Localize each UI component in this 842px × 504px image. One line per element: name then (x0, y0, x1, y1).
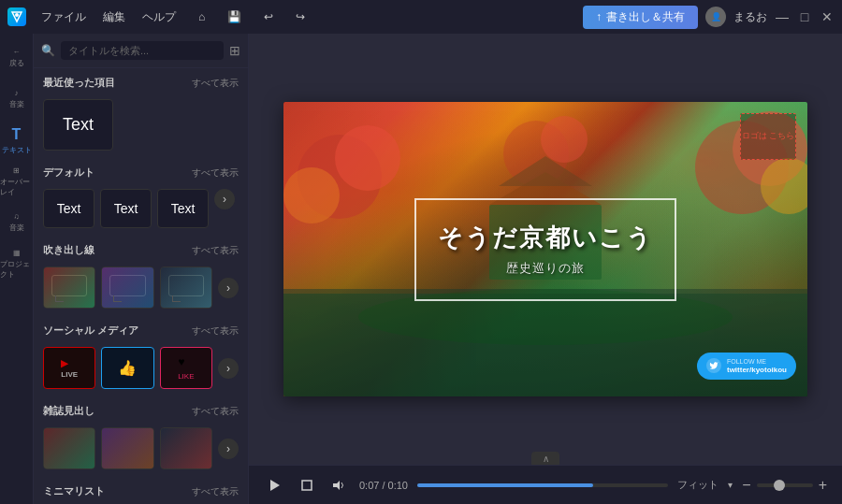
svg-point-2 (335, 125, 400, 191)
project-icon: ▦ (13, 249, 21, 257)
project-label: プロジェクト (0, 259, 34, 280)
export-icon: ↑ (596, 10, 602, 23)
sidebar-item-project[interactable]: ▦ プロジェクト (0, 243, 34, 284)
canvas-sub-text: 歴史巡りの旅 (506, 260, 585, 277)
search-input[interactable] (61, 41, 224, 60)
magazine-section-header: 雑誌見出し すべて表示 (34, 396, 248, 427)
menu-help[interactable]: ヘルプ (135, 7, 183, 27)
zoom-slider[interactable] (757, 483, 813, 487)
sidebar-item-back[interactable]: ← 戻る (0, 37, 34, 79)
undo-button[interactable]: ↩ (256, 8, 281, 25)
close-button[interactable]: ✕ (820, 9, 835, 24)
search-icon: 🔍 (41, 44, 55, 57)
zoom-out-button[interactable]: − (742, 477, 750, 494)
music-icon: ♫ (14, 212, 20, 221)
magazine-scroll-right[interactable]: › (218, 439, 239, 459)
magazine-item-2[interactable] (101, 427, 153, 469)
magazine-item-1[interactable] (43, 427, 95, 469)
time-display: 0:07 / 0:10 (359, 480, 408, 491)
app-logo (7, 7, 26, 26)
export-share-button[interactable]: ↑ 書き出し＆共有 (583, 6, 698, 29)
svg-marker-16 (333, 481, 340, 490)
user-name: まるお (733, 9, 767, 25)
overlay-icon: ⊞ (13, 166, 20, 175)
zoom-controls: − + (742, 477, 827, 494)
playback-bar: 0:07 / 0:10 フィット ▾ − + (249, 465, 842, 504)
main-layout: ← 戻る ♪ 音楽 T テキスト ⊞ オーバーレイ ♫ 音楽 ▦ プロジェクト … (0, 34, 842, 504)
grid-view-icon[interactable]: ⊞ (229, 43, 240, 58)
svg-point-3 (283, 167, 340, 223)
default-scroll-right[interactable]: › (214, 189, 235, 209)
default-text-item-2[interactable]: Text (100, 189, 152, 228)
default-see-all[interactable]: すべて表示 (192, 166, 239, 180)
home-button[interactable]: ⌂ (191, 8, 212, 25)
canvas[interactable]: ロゴは こちら そうだ京都いこう 歴史巡りの旅 FOLLOW ME (283, 102, 807, 396)
canvas-wrapper: ロゴは こちら そうだ京都いこう 歴史巡りの旅 FOLLOW ME (249, 34, 842, 465)
minimalist-see-all[interactable]: すべて表示 (192, 485, 239, 498)
menu-bar: ファイル 編集 ヘルプ (34, 7, 183, 27)
sidebar-item-overlay[interactable]: ⊞ オーバーレイ (0, 161, 34, 202)
social-item-youtube[interactable]: ▶LIVE (43, 347, 95, 389)
save-button[interactable]: 💾 (220, 8, 249, 25)
maximize-button[interactable]: □ (797, 9, 812, 24)
recent-section-header: 最近使った項目 すべて表示 (34, 68, 248, 99)
recent-see-all[interactable]: すべて表示 (192, 77, 239, 90)
bubble-see-all[interactable]: すべて表示 (192, 244, 239, 257)
menu-edit[interactable]: 編集 (95, 7, 133, 27)
text-label: テキスト (2, 145, 32, 155)
magazine-items: › (34, 427, 248, 477)
timeline[interactable] (417, 483, 668, 487)
social-section-header: ソーシャル メディア すべて表示 (34, 316, 248, 347)
default-section-header: デフォルト すべて表示 (34, 158, 248, 189)
text-panel: 🔍 ⊞ 最近使った項目 すべて表示 Text デフォルト すべて表示 Te (34, 34, 249, 504)
user-area: 👤 まるお — □ ✕ (705, 7, 835, 27)
redo-button[interactable]: ↪ (288, 8, 312, 25)
avatar: 👤 (705, 7, 726, 27)
canvas-collapse-button[interactable]: ∧ (531, 452, 559, 465)
zoom-slider-thumb (774, 480, 785, 491)
social-see-all[interactable]: すべて表示 (192, 324, 239, 338)
fit-label[interactable]: フィット (677, 478, 719, 492)
zoom-in-button[interactable]: + (819, 477, 827, 494)
social-scroll-right[interactable]: › (218, 358, 239, 379)
play-button[interactable] (264, 474, 286, 497)
default-text-item-1[interactable]: Text (43, 189, 94, 228)
sidebar-item-audio[interactable]: ♪ 音楽 (0, 79, 34, 120)
bubble-scroll-right[interactable]: › (218, 278, 239, 298)
social-item-like[interactable]: 👍 (101, 347, 153, 389)
bubble-section-header: 吹き出し線 すべて表示 (34, 236, 248, 266)
social-items: ▶LIVE 👍 ♥LIKE › (34, 347, 248, 396)
svg-point-0 (15, 13, 19, 17)
recent-text-item[interactable]: Text (43, 99, 113, 151)
twitter-text: FOLLOW ME twitter/kyotoikou (727, 357, 787, 375)
text-icon: T (12, 126, 22, 143)
twitter-badge[interactable]: FOLLOW ME twitter/kyotoikou (697, 353, 796, 380)
magazine-item-3[interactable] (160, 427, 212, 469)
svg-rect-15 (302, 481, 312, 490)
recent-items: Text (34, 99, 248, 158)
bubble-item-3[interactable] (160, 266, 212, 309)
bubble-item-1[interactable] (43, 266, 95, 309)
default-text-item-3[interactable]: Text (157, 189, 209, 228)
sidebar-item-text[interactable]: T テキスト (0, 120, 34, 161)
social-item-heart[interactable]: ♥LIKE (160, 347, 212, 389)
bubble-title: 吹き出し線 (43, 243, 94, 257)
overlay-label: オーバーレイ (0, 177, 34, 197)
canvas-text-box[interactable]: そうだ京都いこう 歴史巡りの旅 (414, 198, 676, 301)
recent-title: 最近使った項目 (43, 76, 115, 90)
magazine-title: 雑誌見出し (43, 404, 94, 418)
minimize-button[interactable]: — (775, 9, 790, 24)
sidebar-item-music[interactable]: ♫ 音楽 (0, 202, 34, 243)
bubble-items: › (34, 266, 248, 316)
title-bar: ファイル 編集 ヘルプ ⌂ 💾 ↩ ↪ ↑ 書き出し＆共有 👤 まるお — □ … (0, 0, 842, 34)
search-area: 🔍 ⊞ (34, 34, 248, 68)
canvas-logo[interactable]: ロゴは こちら (740, 113, 796, 160)
menu-file[interactable]: ファイル (34, 7, 94, 27)
fit-dropdown-arrow[interactable]: ▾ (728, 480, 733, 490)
back-label: 戻る (9, 58, 24, 68)
stop-button[interactable] (296, 474, 318, 497)
social-title: ソーシャル メディア (43, 324, 138, 338)
bubble-item-2[interactable] (101, 266, 153, 309)
volume-button[interactable] (327, 474, 350, 497)
magazine-see-all[interactable]: すべて表示 (192, 405, 239, 418)
